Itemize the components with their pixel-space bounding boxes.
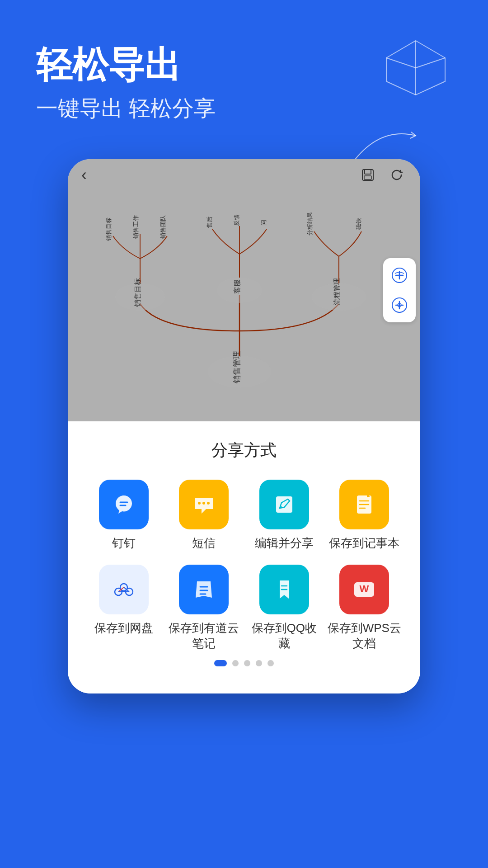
share-sheet: 分享方式 钉钉 xyxy=(68,421,420,693)
share-item-notepad[interactable]: 保存到记事本 xyxy=(327,480,403,551)
dot-1[interactable] xyxy=(214,660,227,666)
svg-text:客服: 客服 xyxy=(233,279,241,294)
wps-icon: W xyxy=(339,565,389,614)
svg-rect-3 xyxy=(364,176,371,179)
share-item-sms[interactable]: 短信 xyxy=(166,480,242,551)
dot-2[interactable] xyxy=(232,660,239,666)
edit-share-label: 编辑并分享 xyxy=(255,536,314,551)
svg-text:销售团队: 销售团队 xyxy=(160,215,166,239)
youdao-icon xyxy=(179,565,229,614)
svg-point-32 xyxy=(202,502,205,505)
add-node-button[interactable] xyxy=(387,263,412,288)
add-child-button[interactable] xyxy=(387,292,412,318)
svg-text:问: 问 xyxy=(260,220,267,226)
edit-share-icon xyxy=(259,480,309,529)
mindmap-sidebar xyxy=(383,258,416,322)
share-item-wps[interactable]: W 保存到WPS云文档 xyxy=(327,565,403,651)
sms-icon xyxy=(179,480,229,529)
cube-icon xyxy=(380,36,452,99)
phone-mockup: ‹ xyxy=(68,159,420,693)
svg-point-33 xyxy=(207,502,210,505)
notepad-icon xyxy=(339,480,389,529)
mindmap-area: ‹ xyxy=(68,159,420,421)
svg-point-31 xyxy=(198,502,201,505)
sms-label: 短信 xyxy=(192,536,216,551)
svg-rect-2 xyxy=(365,170,371,174)
dot-3[interactable] xyxy=(244,660,250,666)
dingtalk-icon xyxy=(99,480,149,529)
wps-label: 保存到WPS云文档 xyxy=(327,621,403,651)
share-grid: 钉钉 短信 xyxy=(86,480,402,651)
svg-text:反馈: 反馈 xyxy=(233,214,240,226)
refresh-icon[interactable] xyxy=(387,165,407,185)
svg-text:W: W xyxy=(360,583,369,594)
share-item-youdao[interactable]: 保存到有道云笔记 xyxy=(166,565,242,651)
phone-topbar: ‹ xyxy=(68,159,420,191)
svg-text:销售目标: 销售目标 xyxy=(105,217,112,241)
share-item-edit[interactable]: 编辑并分享 xyxy=(246,480,322,551)
svg-text:磁铁: 磁铁 xyxy=(355,218,362,230)
mindmap-svg: 销售管理 销售目标 销售目标 销售工作 xyxy=(68,159,420,421)
dot-5[interactable] xyxy=(267,660,274,666)
page-dots xyxy=(86,651,402,671)
svg-text:售后: 售后 xyxy=(206,217,213,228)
share-item-dingtalk[interactable]: 钉钉 xyxy=(86,480,162,551)
svg-text:销售工作: 销售工作 xyxy=(132,215,139,239)
netdisk-icon xyxy=(99,565,149,614)
dot-4[interactable] xyxy=(256,660,262,666)
netdisk-label: 保存到网盘 xyxy=(94,621,153,636)
share-item-netdisk[interactable]: 保存到网盘 xyxy=(86,565,162,651)
notepad-label: 保存到记事本 xyxy=(329,536,399,551)
topbar-icons xyxy=(358,165,407,185)
phone-wrapper: ‹ xyxy=(0,141,488,868)
header-section: 轻松导出 一键导出 轻松分享 xyxy=(0,0,488,141)
share-title: 分享方式 xyxy=(86,439,402,462)
svg-rect-34 xyxy=(276,496,292,513)
qq-label: 保存到QQ收藏 xyxy=(246,621,322,651)
app-page: 轻松导出 一键导出 轻松分享 xyxy=(0,0,488,868)
save-icon[interactable] xyxy=(358,165,378,185)
youdao-label: 保存到有道云笔记 xyxy=(166,621,242,651)
svg-text:分析结果: 分析结果 xyxy=(306,212,313,236)
back-button[interactable]: ‹ xyxy=(81,165,87,184)
qq-bookmark-icon xyxy=(259,565,309,614)
dingtalk-label: 钉钉 xyxy=(112,536,136,551)
share-item-qq[interactable]: 保存到QQ收藏 xyxy=(246,565,322,651)
